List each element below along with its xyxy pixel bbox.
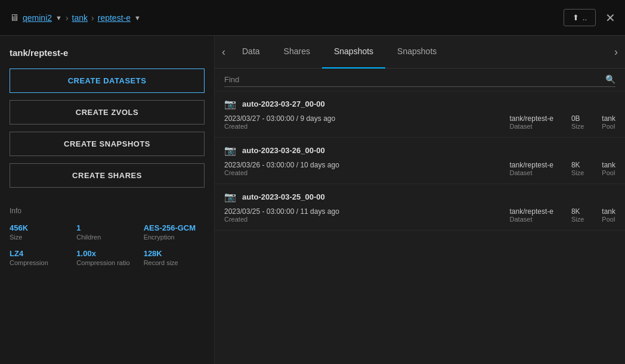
snapshot-meta-row: 2023/03/27 - 03:00:00 / 9 days ago Creat… bbox=[224, 114, 615, 130]
breadcrumb-root: 🖥 qemini2 ▼ bbox=[10, 13, 62, 23]
main-layout: tank/reptest-e CREATE DATASETS CREATE ZV… bbox=[0, 36, 625, 364]
reptest-dropdown-icon[interactable]: ▼ bbox=[134, 14, 141, 21]
search-label: Find bbox=[224, 75, 239, 84]
server-icon: 🖥 bbox=[10, 13, 19, 23]
snapshot-pool-value: tank bbox=[602, 161, 615, 169]
sidebar: tank/reptest-e CREATE DATASETS CREATE ZV… bbox=[0, 36, 215, 364]
top-header: 🖥 qemini2 ▼ › tank › reptest-e ▼ ⬆ .. ✕ bbox=[0, 0, 625, 36]
tab-shares[interactable]: Shares bbox=[272, 36, 322, 69]
qemini2-dropdown-icon[interactable]: ▼ bbox=[55, 14, 62, 21]
info-encryption: AES-256-GCM Encryption bbox=[144, 223, 205, 241]
tab-data[interactable]: Data bbox=[230, 36, 272, 69]
snapshot-datetime: 2023/03/27 - 03:00:00 / 9 days ago bbox=[224, 114, 510, 123]
snapshot-dataset-label: Dataset bbox=[510, 169, 553, 176]
search-area: Find 🔍 bbox=[215, 69, 625, 91]
snapshot-time-block: 2023/03/26 - 03:00:00 / 10 days ago Crea… bbox=[224, 161, 510, 176]
snapshot-pool-value: tank bbox=[602, 114, 615, 123]
upload-label: .. bbox=[583, 13, 587, 22]
camera-icon: 📷 bbox=[224, 145, 236, 156]
snapshot-name-row: 📷 auto-2023-03-25_00-00 bbox=[224, 191, 615, 203]
info-section: Info 456K Size 1 Children AES-256-GCM En… bbox=[10, 207, 205, 266]
snapshot-pool: tank Pool bbox=[602, 161, 615, 176]
snapshot-name: auto-2023-03-25_00-00 bbox=[242, 192, 325, 201]
snapshot-size-value: 8K bbox=[571, 161, 584, 169]
snapshot-size-label: Size bbox=[571, 216, 584, 223]
tab-prev-button[interactable]: ‹ bbox=[217, 36, 230, 68]
snapshot-datetime: 2023/03/26 - 03:00:00 / 10 days ago bbox=[224, 161, 510, 169]
content-area: ‹ Data Shares Snapshots Snapshots › F bbox=[215, 36, 625, 364]
tabs-header: ‹ Data Shares Snapshots Snapshots › bbox=[215, 36, 625, 69]
snapshot-size-label: Size bbox=[571, 169, 584, 176]
snapshot-size-value: 8K bbox=[571, 207, 584, 216]
snapshot-created: Created bbox=[224, 123, 510, 130]
tab-next-button[interactable]: › bbox=[609, 36, 623, 68]
info-compression-value: LZ4 bbox=[10, 249, 70, 258]
tab-snapshots[interactable]: Snapshots bbox=[322, 36, 385, 69]
info-size-value: 456K bbox=[10, 223, 70, 232]
snapshot-time-block: 2023/03/27 - 03:00:00 / 9 days ago Creat… bbox=[224, 114, 510, 130]
info-record-size-key: Record size bbox=[144, 259, 205, 266]
snapshot-name: auto-2023-03-26_00-00 bbox=[242, 146, 325, 155]
info-grid: 456K Size 1 Children AES-256-GCM Encrypt… bbox=[10, 223, 205, 266]
breadcrumb: 🖥 qemini2 ▼ › tank › reptest-e ▼ bbox=[10, 13, 564, 23]
snapshot-item[interactable]: 📷 auto-2023-03-27_00-00 2023/03/27 - 03:… bbox=[215, 91, 625, 138]
snapshot-dataset: tank/reptest-e Dataset bbox=[510, 161, 553, 176]
tab-snapshots2[interactable]: Snapshots bbox=[385, 36, 448, 69]
snapshot-size-label: Size bbox=[571, 123, 584, 130]
snapshot-name-row: 📷 auto-2023-03-26_00-00 bbox=[224, 145, 615, 156]
snapshot-details: tank/reptest-e Dataset 8K Size tank Pool bbox=[510, 161, 615, 176]
breadcrumb-reptest-link[interactable]: reptest-e bbox=[98, 13, 131, 23]
snapshot-dataset-label: Dataset bbox=[510, 123, 553, 130]
snapshot-list: 📷 auto-2023-03-27_00-00 2023/03/27 - 03:… bbox=[215, 91, 625, 364]
snapshot-created: Created bbox=[224, 216, 510, 223]
info-compression-ratio: 1.00x Compression ratio bbox=[76, 249, 137, 266]
snapshot-pool-label: Pool bbox=[602, 216, 615, 223]
info-children-key: Children bbox=[76, 234, 137, 241]
snapshot-size-value: 0B bbox=[571, 114, 584, 123]
create-datasets-button[interactable]: CREATE DATASETS bbox=[10, 69, 205, 93]
camera-icon: 📷 bbox=[224, 98, 236, 110]
snapshot-dataset: tank/reptest-e Dataset bbox=[510, 114, 553, 130]
info-encryption-key: Encryption bbox=[144, 234, 205, 241]
close-button[interactable]: ✕ bbox=[605, 11, 615, 25]
snapshot-size: 8K Size bbox=[571, 161, 584, 176]
snapshot-pool: tank Pool bbox=[602, 114, 615, 130]
snapshot-dataset-value: tank/reptest-e bbox=[510, 161, 553, 169]
upload-button[interactable]: ⬆ .. bbox=[564, 9, 596, 26]
breadcrumb-reptest-e: reptest-e ▼ bbox=[98, 13, 141, 23]
snapshot-time-block: 2023/03/25 - 03:00:00 / 11 days ago Crea… bbox=[224, 207, 510, 223]
create-snapshots-button[interactable]: CREATE SNAPSHOTS bbox=[10, 132, 205, 156]
snapshot-dataset-value: tank/reptest-e bbox=[510, 114, 553, 123]
breadcrumb-qemini2[interactable]: qemini2 bbox=[23, 13, 52, 23]
snapshot-details: tank/reptest-e Dataset 8K Size tank Pool bbox=[510, 207, 615, 223]
upload-icon: ⬆ bbox=[573, 13, 579, 22]
snapshot-details: tank/reptest-e Dataset 0B Size tank Pool bbox=[510, 114, 615, 130]
snapshot-pool-value: tank bbox=[602, 207, 615, 216]
snapshot-name: auto-2023-03-27_00-00 bbox=[242, 99, 325, 108]
snapshot-dataset: tank/reptest-e Dataset bbox=[510, 207, 553, 223]
breadcrumb-arrow-2: › bbox=[91, 13, 94, 23]
info-record-size-value: 128K bbox=[144, 249, 205, 258]
snapshot-item[interactable]: 📷 auto-2023-03-26_00-00 2023/03/26 - 03:… bbox=[215, 138, 625, 184]
snapshot-meta-row: 2023/03/26 - 03:00:00 / 10 days ago Crea… bbox=[224, 161, 615, 176]
create-shares-button[interactable]: CREATE SHARES bbox=[10, 163, 205, 188]
info-children: 1 Children bbox=[76, 223, 137, 241]
snapshot-created: Created bbox=[224, 169, 510, 176]
snapshot-size: 0B Size bbox=[571, 114, 584, 130]
create-zvols-button[interactable]: CREATE ZVOLS bbox=[10, 100, 205, 125]
breadcrumb-tank-link[interactable]: tank bbox=[72, 13, 88, 23]
sidebar-title: tank/reptest-e bbox=[10, 48, 205, 58]
breadcrumb-arrow-1: › bbox=[66, 13, 69, 23]
info-size-key: Size bbox=[10, 234, 70, 241]
info-record-size: 128K Record size bbox=[144, 249, 205, 266]
info-compression: LZ4 Compression bbox=[10, 249, 70, 266]
snapshot-item[interactable]: 📷 auto-2023-03-25_00-00 2023/03/25 - 03:… bbox=[215, 184, 625, 231]
search-input[interactable] bbox=[244, 75, 605, 84]
info-compression-ratio-key: Compression ratio bbox=[76, 259, 137, 266]
breadcrumb-tank: tank bbox=[72, 13, 88, 23]
tabs-list: Data Shares Snapshots Snapshots bbox=[230, 36, 609, 69]
camera-icon: 📷 bbox=[224, 191, 236, 203]
snapshot-pool-label: Pool bbox=[602, 169, 615, 176]
snapshot-size: 8K Size bbox=[571, 207, 584, 223]
snapshot-pool: tank Pool bbox=[602, 207, 615, 223]
